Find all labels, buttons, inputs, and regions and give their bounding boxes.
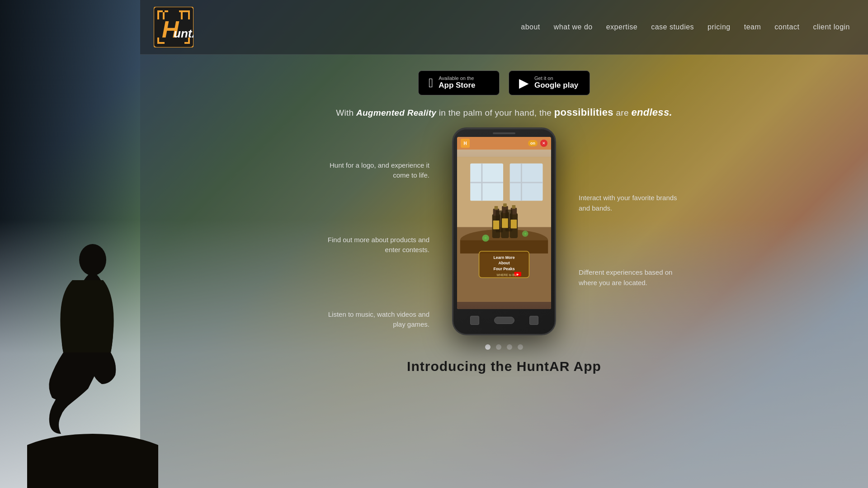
phone-close-btn[interactable]: ✕ [540, 140, 547, 147]
svg-text:About: About [498, 261, 509, 265]
tagline-ar: Augmented Reality [356, 108, 436, 117]
svg-rect-41 [511, 220, 517, 228]
phone-screen-content: Learn More About Four Peaks ▶ WHERE to B… [457, 150, 551, 309]
tagline-middle: in the palm of your hand, the [436, 108, 554, 117]
nav-case-studies[interactable]: case studies [651, 23, 694, 31]
svg-rect-40 [502, 218, 508, 228]
logo-icon[interactable]: H untAR [154, 7, 193, 47]
svg-rect-36 [512, 205, 515, 209]
right-text-1: Interact with your favorite brands and b… [579, 193, 683, 213]
app-store-name: App Store [439, 81, 475, 90]
svg-text:Learn More: Learn More [493, 255, 514, 260]
svg-text:✦: ✦ [524, 231, 527, 236]
introducing-title: Introducing the HuntAR App [140, 359, 868, 374]
phone-mockup: H on ✕ [452, 127, 556, 335]
nav-client-login[interactable]: client login [813, 23, 850, 31]
phone-home-btn [494, 317, 514, 324]
svg-rect-30 [495, 206, 498, 210]
nav-contact[interactable]: contact [774, 23, 799, 31]
left-side-texts: Hunt for a logo, and experience it come … [326, 133, 452, 330]
svg-rect-39 [493, 221, 500, 229]
phone-app-logo: H [461, 139, 470, 148]
phone-menu-btn [529, 316, 538, 325]
dot-2[interactable] [496, 344, 501, 350]
google-play-text: Get it on Google play [534, 75, 578, 90]
phone-section: Hunt for a logo, and experience it come … [140, 127, 868, 335]
svg-rect-4 [157, 10, 159, 19]
introducing-section: Introducing the HuntAR App [140, 359, 868, 383]
nav-pricing[interactable]: pricing [708, 23, 731, 31]
app-buttons-container:  Available on the App Store ▶ Get it on… [140, 70, 868, 95]
phone-bar-controls: on ✕ [528, 140, 547, 147]
nav-expertise[interactable]: expertise [606, 23, 637, 31]
svg-text:Four Peaks: Four Peaks [493, 267, 514, 271]
hero-section: H untAR about what we do expertise case … [0, 0, 868, 488]
main-nav: about what we do expertise case studies … [521, 23, 850, 31]
svg-text:WHERE to BUY: WHERE to BUY [496, 273, 519, 277]
app-store-button[interactable]:  Available on the App Store [418, 70, 500, 95]
phone-app-bar: H on ✕ [457, 137, 551, 150]
svg-rect-10 [181, 12, 183, 19]
logo-area: H untAR [154, 7, 193, 47]
on-badge: on [528, 140, 538, 146]
phone-speaker [493, 132, 515, 134]
svg-text:✦: ✦ [483, 235, 488, 241]
left-text-1: Hunt for a logo, and experience it come … [326, 160, 429, 181]
nav-what-we-do[interactable]: what we do [554, 23, 593, 31]
tagline-endless: endless. [631, 107, 672, 118]
tagline: With Augmented Reality in the palm of yo… [140, 107, 868, 118]
tagline-prefix: With [336, 108, 356, 117]
svg-rect-5 [165, 10, 168, 12]
google-play-button[interactable]: ▶ Get it on Google play [509, 70, 590, 95]
app-store-available-label: Available on the [439, 75, 475, 81]
google-play-icon: ▶ [519, 75, 529, 90]
svg-rect-8 [188, 10, 190, 19]
google-play-name: Google play [534, 81, 578, 90]
svg-text:untAR: untAR [174, 27, 193, 40]
svg-point-0 [27, 434, 158, 488]
dot-3[interactable] [507, 344, 512, 350]
person-silhouette [27, 163, 158, 488]
svg-rect-33 [503, 203, 507, 207]
apple-icon:  [429, 76, 433, 90]
app-store-text: Available on the App Store [439, 75, 475, 90]
left-text-3: Listen to music, watch videos and play g… [326, 310, 429, 330]
dot-1[interactable] [485, 344, 491, 350]
phone-back-btn [470, 316, 479, 325]
phone-screen: H on ✕ [457, 137, 551, 309]
tagline-are: are [613, 108, 632, 117]
nav-about[interactable]: about [521, 23, 540, 31]
main-content: H untAR about what we do expertise case … [140, 0, 868, 488]
phone-bottom-nav [453, 310, 555, 330]
svg-rect-9 [179, 10, 183, 12]
nav-team[interactable]: team [744, 23, 761, 31]
right-side-texts: Interact with your favorite brands and b… [556, 175, 683, 288]
svg-point-1 [79, 244, 106, 276]
svg-rect-22 [470, 182, 503, 183]
tagline-possibilities: possibilities [554, 107, 613, 118]
left-text-2: Find out more about products and enter c… [326, 235, 429, 255]
svg-rect-25 [510, 182, 543, 183]
google-play-get-it-label: Get it on [534, 75, 578, 81]
right-text-2: Different experiences based on where you… [579, 267, 683, 288]
carousel-dots [140, 344, 868, 350]
header: H untAR about what we do expertise case … [140, 0, 868, 55]
svg-rect-14 [184, 42, 190, 44]
dot-4[interactable] [518, 344, 523, 350]
phone-outer: H on ✕ [452, 127, 556, 335]
